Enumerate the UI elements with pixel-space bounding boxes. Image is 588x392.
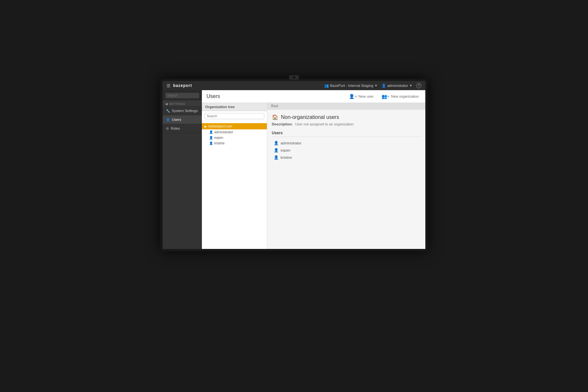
topbar: ☰ bazeport 👥 BazePort - Internal Staging… <box>163 81 425 90</box>
tree-children: 👤 administrator 👤 espen 👤 <box>202 129 267 146</box>
sidebar: ◀ Settings 🔧 System Settings 👤 Users <box>163 90 202 249</box>
user-icon-2: 👤 <box>274 148 279 153</box>
new-user-icon: 👤+ <box>349 94 357 99</box>
users-icon: 👤 <box>166 118 170 122</box>
monitor-bezel: ☰ bazeport 👥 BazePort - Internal Staging… <box>160 78 428 252</box>
new-organization-button[interactable]: 👥+ New organization <box>380 93 421 100</box>
tree-root-item[interactable]: ▶ mybazeport.com <box>202 123 267 129</box>
user-name-2: espen <box>281 148 290 152</box>
sidebar-nav: ◀ Settings 🔧 System Settings 👤 Users <box>163 100 202 249</box>
users-label: Users <box>172 118 181 122</box>
workspace-icon: 👥 <box>324 84 329 88</box>
user-name-1: administrator <box>281 141 302 145</box>
topbar-right: 👥 BazePort - Internal Staging ▼ 👤 admini… <box>324 83 422 88</box>
page-title: Users <box>206 93 220 99</box>
tree-user-name-1: administrator <box>214 130 233 134</box>
user-icon-1: 👤 <box>274 141 279 145</box>
sidebar-item-users[interactable]: 👤 Users <box>163 115 202 124</box>
org-title-row: 🏠 Non-organizational users <box>272 114 421 120</box>
org-search-container <box>202 111 267 121</box>
org-panel-header: Organization tree <box>202 103 267 111</box>
user-avatar-icon-3: 👤 <box>209 141 213 145</box>
tree-user-name-2: espen <box>214 136 223 139</box>
description-row: Description: User not assigned to an org… <box>272 122 421 126</box>
topbar-left: ☰ bazeport <box>167 83 192 88</box>
new-organization-label: New organization <box>391 94 419 98</box>
roles-label: Roles <box>171 126 180 130</box>
desc-text: User not assigned to an organization <box>295 122 353 126</box>
desc-label: Description: <box>272 122 293 126</box>
tree-user-name-3: kristine <box>214 141 225 145</box>
user-icon: 👤 <box>382 84 386 88</box>
sidebar-search-container <box>163 90 202 100</box>
tree-expand-icon: ▶ <box>204 125 207 128</box>
monitor-screen: ☰ bazeport 👥 BazePort - Internal Staging… <box>163 81 425 249</box>
users-section-title: Users <box>272 131 421 137</box>
menu-icon[interactable]: ☰ <box>167 83 171 88</box>
tree-root-label: mybazeport.com <box>208 124 232 128</box>
tree-user-administrator[interactable]: 👤 administrator <box>206 129 267 135</box>
new-user-button[interactable]: 👤+ New user <box>347 93 376 100</box>
tree-user-espen[interactable]: 👤 espen <box>206 135 267 140</box>
user-item-administrator[interactable]: 👤 administrator <box>272 139 421 147</box>
org-tree-panel: Organization tree ▶ mybazeport.com <box>202 103 267 249</box>
logo: bazeport <box>173 83 192 88</box>
user-label: administrator <box>387 84 408 88</box>
org-content: 🏠 Non-organizational users Description: … <box>267 109 425 166</box>
user-item-espen[interactable]: 👤 espen <box>272 147 421 154</box>
workspace-label: BazePort - Internal Staging <box>330 84 373 88</box>
user-icon-3: 👤 <box>274 155 279 160</box>
sidebar-item-roles[interactable]: ⚙ Roles <box>163 124 202 133</box>
right-panel: Root 🏠 Non-organizational users Descript… <box>267 103 425 249</box>
user-chevron: ▼ <box>409 84 412 87</box>
sidebar-search-input[interactable] <box>165 93 199 98</box>
workspace-chevron: ▼ <box>375 84 378 87</box>
system-settings-label: System Settings <box>172 109 198 113</box>
content-area: Organization tree ▶ mybazeport.com <box>202 103 425 249</box>
user-avatar-icon-1: 👤 <box>209 130 213 134</box>
org-tree: ▶ mybazeport.com 👤 administrator <box>202 121 267 249</box>
new-user-label: New user <box>358 94 373 98</box>
breadcrumb: Root <box>267 103 425 109</box>
main-content: Users 👤+ New user 👥+ New organization <box>202 90 425 249</box>
page-actions: 👤+ New user 👥+ New organization <box>347 93 421 100</box>
user-item-kristine[interactable]: 👤 kristine <box>272 154 421 161</box>
app-layout: ◀ Settings 🔧 System Settings 👤 Users <box>163 90 425 249</box>
user-avatar-icon-2: 👤 <box>209 136 213 139</box>
roles-icon: ⚙ <box>166 127 169 130</box>
wrench-icon: 🔧 <box>166 109 170 113</box>
help-button[interactable]: ? <box>416 83 421 88</box>
new-org-icon: 👥+ <box>382 94 390 99</box>
workspace-selector[interactable]: 👥 BazePort - Internal Staging ▼ <box>324 84 378 88</box>
users-list: 👤 administrator 👤 espen 👤 <box>272 139 421 161</box>
settings-section-label: Settings <box>169 102 185 106</box>
page-header: Users 👤+ New user 👥+ New organization <box>202 90 425 103</box>
org-search-input[interactable] <box>204 113 264 119</box>
tree-user-kristine[interactable]: 👤 kristine <box>206 140 267 146</box>
org-title: Non-organizational users <box>281 114 339 120</box>
sidebar-section-settings: ◀ Settings <box>163 100 202 106</box>
user-menu[interactable]: 👤 administrator ▼ <box>382 84 413 88</box>
home-icon: 🏠 <box>272 114 278 120</box>
monitor-wrapper: ☰ bazeport 👥 BazePort - Internal Staging… <box>147 78 441 314</box>
settings-chevron-icon: ◀ <box>165 102 168 106</box>
user-name-3: kristine <box>281 155 292 159</box>
sidebar-item-system-settings[interactable]: 🔧 System Settings <box>163 106 202 115</box>
webcam <box>289 75 299 80</box>
